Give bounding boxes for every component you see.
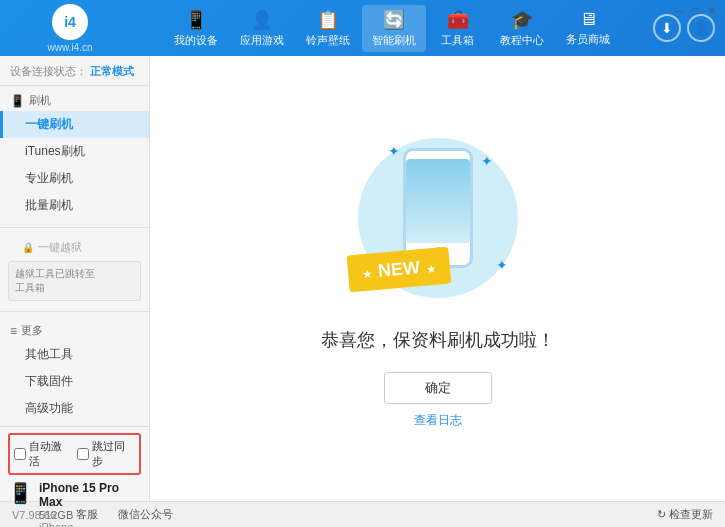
sidebar-item-itunes-flash[interactable]: iTunes刷机 <box>0 138 149 165</box>
header-actions: ⬇ 👤 <box>653 14 715 42</box>
window-controls: — □ ✕ <box>671 4 719 18</box>
nav-tutorial[interactable]: 🎓 教程中心 <box>490 5 554 52</box>
smart-flash-icon: 🔄 <box>383 9 405 31</box>
nav-apps-games[interactable]: 👤 应用游戏 <box>230 5 294 52</box>
sidebar-item-one-key-flash[interactable]: 一键刷机 <box>0 111 149 138</box>
user-button[interactable]: 👤 <box>687 14 715 42</box>
ringtones-icon: 📋 <box>317 9 339 31</box>
logo-area: i4 www.i4.cn <box>10 4 130 53</box>
device-phone-icon: 📱 <box>8 481 33 505</box>
sparkle-3: ✦ <box>496 257 508 273</box>
jailbreak-section: 🔒 一键越狱 越狱工具已跳转至工具箱 <box>0 232 149 307</box>
sidebar-item-pro-flash[interactable]: 专业刷机 <box>0 165 149 192</box>
sidebar-item-other-tools[interactable]: 其他工具 <box>0 341 149 368</box>
phone-illustration: ✦ ✦ ✦ NEW <box>348 128 528 308</box>
nav-bar: 📱 我的设备 👤 应用游戏 📋 铃声壁纸 🔄 智能刷机 🧰 工具箱 🎓 <box>130 5 653 52</box>
jailbreak-notice: 越狱工具已跳转至工具箱 <box>8 261 141 301</box>
time-sync-checkbox[interactable] <box>77 448 89 460</box>
toolbox-icon: 🧰 <box>447 9 469 31</box>
nav-business[interactable]: 🖥 务员商城 <box>556 5 620 52</box>
refresh-icon: ↻ <box>657 508 666 521</box>
status-bar: 设备连接状态： 正常模式 <box>0 60 149 86</box>
footer-link-support[interactable]: 客服 <box>76 507 98 522</box>
sidebar-item-advanced[interactable]: 高级功能 <box>0 395 149 422</box>
flash-section: 📱 刷机 一键刷机 iTunes刷机 专业刷机 批量刷机 <box>0 86 149 223</box>
jailbreak-section-header: 🔒 一键越狱 <box>0 236 149 259</box>
maximize-button[interactable]: □ <box>688 4 702 18</box>
nav-toolbox[interactable]: 🧰 工具箱 <box>428 5 488 52</box>
nav-smart-flash[interactable]: 🔄 智能刷机 <box>362 5 426 52</box>
my-device-icon: 📱 <box>185 9 207 31</box>
main-content: ✦ ✦ ✦ NEW 恭喜您，保资料刷机成功啦！ 确定 查看日志 <box>150 56 725 501</box>
more-section-icon: ≡ <box>10 324 17 338</box>
business-icon: 🖥 <box>579 9 597 30</box>
sidebar-item-download-firmware[interactable]: 下载固件 <box>0 368 149 395</box>
flash-section-icon: 📱 <box>10 94 25 108</box>
main-container: 设备连接状态： 正常模式 📱 刷机 一键刷机 iTunes刷机 专业刷机 <box>0 56 725 501</box>
footer-link-wechat[interactable]: 微信公众号 <box>118 507 173 522</box>
view-log-link[interactable]: 查看日志 <box>414 412 462 429</box>
more-section: ≡ 更多 其他工具 下载固件 高级功能 <box>0 316 149 426</box>
phone-screen <box>406 159 470 243</box>
minimize-button[interactable]: — <box>671 4 685 18</box>
device-name: iPhone 15 Pro Max <box>39 481 141 509</box>
footer-refresh[interactable]: ↻ 检查更新 <box>657 507 713 522</box>
footer-version: V7.98.66 <box>12 509 56 521</box>
auto-activate-option[interactable]: 自动激活 <box>14 439 73 469</box>
more-section-header: ≡ 更多 <box>0 320 149 341</box>
flash-section-header: 📱 刷机 <box>0 90 149 111</box>
logo-sub: www.i4.cn <box>47 42 92 53</box>
sidebar-divider-1 <box>0 227 149 228</box>
sidebar-divider-2 <box>0 311 149 312</box>
time-sync-option[interactable]: 跳过同步 <box>77 439 136 469</box>
header: i4 www.i4.cn 📱 我的设备 👤 应用游戏 📋 铃声壁纸 🔄 智能刷机 <box>0 0 725 56</box>
confirm-button[interactable]: 确定 <box>384 372 492 404</box>
close-button[interactable]: ✕ <box>705 4 719 18</box>
success-message: 恭喜您，保资料刷机成功啦！ <box>321 328 555 352</box>
tutorial-icon: 🎓 <box>511 9 533 31</box>
auto-options: 自动激活 跳过同步 <box>8 433 141 475</box>
download-button[interactable]: ⬇ <box>653 14 681 42</box>
sparkle-1: ✦ <box>388 143 400 159</box>
auto-activate-checkbox[interactable] <box>14 448 26 460</box>
sidebar: 设备连接状态： 正常模式 📱 刷机 一键刷机 iTunes刷机 专业刷机 <box>0 56 150 501</box>
logo-icon: i4 <box>52 4 88 40</box>
nav-ringtones[interactable]: 📋 铃声壁纸 <box>296 5 360 52</box>
lock-icon: 🔒 <box>22 242 34 253</box>
nav-my-device[interactable]: 📱 我的设备 <box>164 5 228 52</box>
apps-games-icon: 👤 <box>251 9 273 31</box>
sparkle-2: ✦ <box>481 153 493 169</box>
sidebar-item-batch-flash[interactable]: 批量刷机 <box>0 192 149 219</box>
